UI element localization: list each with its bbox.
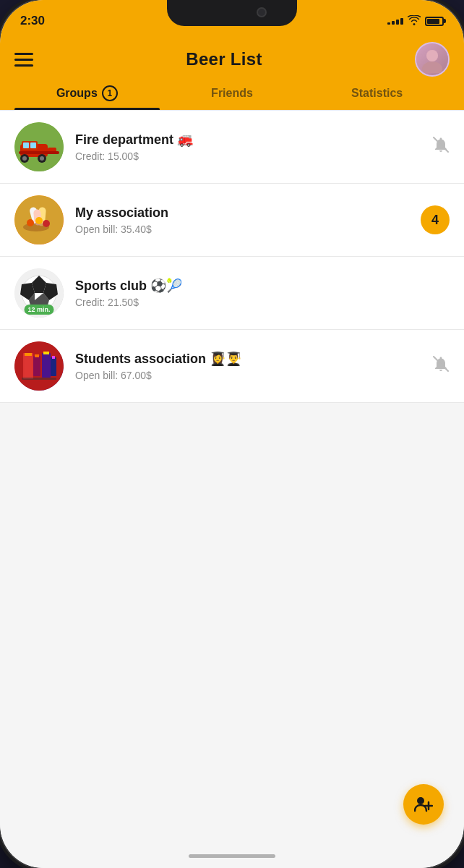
- svg-point-1: [422, 61, 442, 73]
- group-info-sports: Sports club ⚽🎾 Credit: 21.50$: [75, 278, 438, 308]
- group-sub-students: Open bill: 67.00$: [75, 370, 421, 381]
- svg-rect-13: [19, 151, 59, 154]
- svg-point-2: [426, 50, 438, 61]
- list-item[interactable]: 12 min. Sports club ⚽🎾 Credit: 21.50$: [0, 257, 464, 330]
- group-avatar-assoc: [14, 195, 64, 244]
- group-action-students[interactable]: [432, 355, 450, 377]
- list-item[interactable]: Fire department 🚒 Credit: 15.00$: [0, 110, 464, 184]
- svg-rect-29: [33, 356, 40, 376]
- tab-groups[interactable]: Groups 1: [14, 85, 160, 110]
- tab-friends-label: Friends: [211, 87, 253, 100]
- group-info-students: Students association 👩‍🎓👨‍🎓 Open bill: 6…: [75, 351, 421, 381]
- tab-groups-badge: 1: [102, 85, 118, 101]
- group-sub-sports: Credit: 21.50$: [75, 297, 438, 308]
- tab-friends[interactable]: Friends: [160, 85, 305, 110]
- group-avatar-students: [14, 341, 64, 391]
- svg-rect-27: [23, 353, 33, 379]
- svg-rect-28: [25, 353, 32, 356]
- group-action-assoc[interactable]: 4: [421, 205, 450, 234]
- group-sub-fire: Credit: 15.00$: [75, 150, 421, 162]
- notch: [167, 0, 297, 26]
- front-camera: [257, 7, 267, 17]
- add-group-fab[interactable]: [403, 784, 444, 825]
- svg-point-37: [417, 797, 424, 804]
- group-name-assoc: My association: [75, 205, 409, 221]
- list-item[interactable]: My association Open bill: 35.40$ 4: [0, 184, 464, 257]
- group-info-assoc: My association Open bill: 35.40$: [75, 205, 409, 235]
- notification-badge: 4: [421, 205, 450, 234]
- group-info-fire: Fire department 🚒 Credit: 15.00$: [75, 132, 421, 162]
- group-sub-assoc: Open bill: 35.40$: [75, 224, 409, 235]
- tab-bar: Groups 1 Friends Statistics: [0, 77, 464, 110]
- wifi-icon: [408, 15, 421, 27]
- group-name-fire: Fire department 🚒: [75, 132, 421, 148]
- group-name-students: Students association 👩‍🎓👨‍🎓: [75, 351, 421, 367]
- tab-groups-label: Groups: [56, 87, 98, 100]
- home-indicator: [189, 854, 275, 858]
- svg-rect-32: [43, 352, 49, 354]
- tab-statistics[interactable]: Statistics: [304, 85, 450, 110]
- bell-off-icon: [432, 136, 450, 158]
- content-area: Beer List Groups 1: [0, 36, 464, 868]
- battery-icon: [425, 17, 444, 26]
- svg-rect-35: [22, 378, 56, 380]
- svg-rect-30: [35, 354, 39, 357]
- svg-point-20: [27, 219, 34, 226]
- svg-rect-34: [52, 356, 55, 359]
- svg-rect-31: [42, 353, 51, 378]
- user-avatar[interactable]: [415, 42, 450, 77]
- status-icons: [387, 15, 444, 27]
- phone-frame: 2:30: [0, 0, 464, 868]
- svg-rect-7: [30, 142, 36, 148]
- groups-list: Fire department 🚒 Credit: 15.00$: [0, 110, 464, 868]
- group-avatar-fire: [14, 122, 64, 171]
- tab-statistics-label: Statistics: [351, 87, 403, 100]
- time-badge: 12 min.: [24, 305, 53, 315]
- svg-point-11: [40, 156, 44, 161]
- svg-rect-33: [51, 357, 56, 376]
- group-avatar-sports: 12 min.: [14, 268, 64, 318]
- phone-screen: 2:30: [0, 0, 464, 868]
- app-header: Beer List: [0, 36, 464, 77]
- page-title: Beer List: [186, 49, 262, 69]
- group-action-fire[interactable]: [432, 136, 450, 158]
- svg-point-22: [43, 220, 50, 227]
- svg-point-9: [22, 156, 27, 161]
- svg-rect-6: [23, 142, 29, 148]
- menu-button[interactable]: [14, 53, 33, 67]
- group-name-sports: Sports club ⚽🎾: [75, 278, 438, 294]
- svg-point-21: [35, 217, 43, 224]
- status-time: 2:30: [20, 14, 45, 28]
- signal-strength: [387, 18, 403, 25]
- battery-fill: [427, 19, 439, 24]
- list-item[interactable]: Students association 👩‍🎓👨‍🎓 Open bill: 6…: [0, 330, 464, 403]
- bell-off-icon-students: [432, 355, 450, 377]
